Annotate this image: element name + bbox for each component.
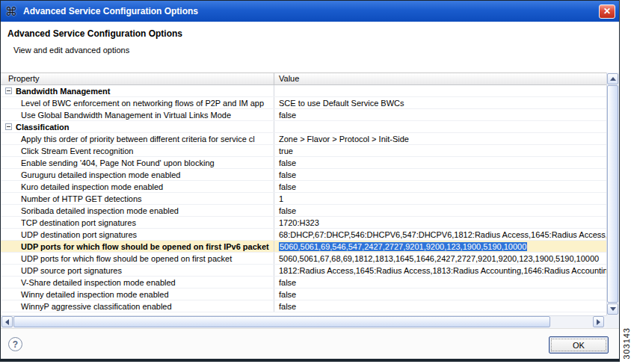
property-label: Classification	[16, 123, 70, 132]
row-property-cell: UDP ports for which flow should be opene…	[1, 253, 274, 264]
value-text: false	[279, 290, 296, 299]
window-title: Advanced Service Configuration Options	[23, 6, 198, 16]
table-row[interactable]: Kuro detailed inspection mode enabledfal…	[1, 181, 606, 193]
row-value-cell: true	[274, 145, 606, 156]
table-row[interactable]: UDP destination port signatures68:DHCP,6…	[1, 229, 606, 241]
table-row[interactable]: Enable sending '404, Page Not Found' upo…	[1, 157, 606, 169]
arrow-right-icon	[597, 319, 600, 325]
table-group-row[interactable]: Bandwidth Management	[1, 85, 606, 97]
table-row[interactable]: Soribada detailed inspection mode enable…	[1, 205, 606, 217]
value-text: false	[279, 158, 296, 167]
advanced-service-configuration-dialog: ⌘ Advanced Service Configuration Options…	[0, 0, 620, 362]
property-table: Property Value Bandwidth ManagementLevel…	[1, 73, 619, 328]
table-row[interactable]: TCP destination port signatures1720:H323	[1, 217, 606, 229]
vertical-scrollbar-thumb[interactable]	[607, 85, 618, 303]
row-property-cell: V-Share detailed inspection mode enabled	[1, 277, 274, 288]
value-text: false	[279, 302, 296, 311]
property-label: WinnyP aggressive classification enabled	[21, 302, 172, 311]
horizontal-scrollbar[interactable]	[1, 315, 606, 328]
property-label: V-Share detailed inspection mode enabled	[21, 278, 176, 287]
row-value-cell: 1812:Radius Access,1645:Radius Access,18…	[274, 265, 606, 276]
row-property-cell: Level of BWC enforcement on networking f…	[1, 97, 274, 108]
scroll-right-button[interactable]	[593, 316, 604, 327]
row-value-cell: false	[274, 109, 606, 120]
row-property-cell: Kuro detailed inspection mode enabled	[1, 181, 274, 192]
scrollbar-corner	[606, 315, 619, 328]
value-text: 1720:H323	[279, 218, 319, 227]
value-text: Zone > Flavor > Protocol > Init-Side	[279, 135, 409, 144]
table-row[interactable]: Click Stream Event recognitiontrue	[1, 145, 606, 157]
page-subtitle: View and edit advanced options	[13, 46, 129, 55]
dialog-footer: ? OK	[1, 328, 619, 359]
table-row[interactable]: WinnyP aggressive classification enabled…	[1, 300, 606, 312]
collapse-icon[interactable]	[5, 123, 12, 130]
row-value-cell: Zone > Flavor > Protocol > Init-Side	[274, 133, 606, 144]
row-value-cell: false	[274, 277, 606, 288]
screenshot: ⌘ Advanced Service Configuration Options…	[0, 0, 631, 364]
value-text: false	[279, 278, 296, 287]
vertical-scrollbar[interactable]	[606, 73, 619, 315]
horizontal-scrollbar-thumb[interactable]	[13, 316, 550, 327]
property-label: UDP ports for which flow should be opene…	[21, 254, 232, 263]
row-value-cell: 1	[274, 193, 606, 204]
scroll-up-button[interactable]	[607, 73, 618, 84]
row-value-cell: SCE to use Default Service BWCs	[274, 97, 606, 108]
column-header-value[interactable]: Value	[274, 73, 606, 84]
figure-number: 303143	[622, 327, 631, 360]
table-row[interactable]: Guruguru detailed inspection mode enable…	[1, 169, 606, 181]
table-header-row: Property Value	[1, 73, 606, 85]
row-property-cell: Guruguru detailed inspection mode enable…	[1, 169, 274, 180]
row-value-cell	[274, 121, 606, 132]
collapse-icon[interactable]	[5, 87, 12, 94]
row-property-cell: Click Stream Event recognition	[1, 145, 274, 156]
scroll-left-button[interactable]	[1, 316, 13, 327]
property-label: Apply this order of priority between dif…	[21, 135, 255, 144]
table-row[interactable]: Number of HTTP GET detections1	[1, 193, 606, 205]
row-value-cell: false	[274, 289, 606, 300]
table-row[interactable]: UDP ports for which flow should be opene…	[1, 241, 606, 253]
row-value-cell: false	[274, 205, 606, 216]
table-row[interactable]: Level of BWC enforcement on networking f…	[1, 97, 606, 109]
close-button[interactable]: ✕	[599, 4, 615, 19]
value-text: 5060,5061,69,546,547,2427,2727,9201,9200…	[279, 242, 527, 251]
row-property-cell: UDP source port signatures	[1, 265, 274, 276]
table-row[interactable]: Apply this order of priority between dif…	[1, 133, 606, 145]
property-label: Level of BWC enforcement on networking f…	[21, 99, 264, 108]
property-label: Bandwidth Management	[16, 87, 111, 96]
row-value-cell: 1720:H323	[274, 217, 606, 228]
row-property-cell: UDP ports for which flow should be opene…	[1, 241, 274, 252]
row-value-cell: 5060,5061,69,546,547,2427,2727,9201,9200…	[274, 241, 606, 252]
table-row[interactable]: UDP source port signatures1812:Radius Ac…	[1, 265, 606, 277]
property-label: Number of HTTP GET detections	[21, 194, 142, 203]
value-text: false	[279, 111, 296, 120]
column-header-property[interactable]: Property	[1, 73, 274, 84]
row-property-cell: Winny detailed inspection mode enabled	[1, 289, 274, 300]
table-row[interactable]: V-Share detailed inspection mode enabled…	[1, 277, 606, 289]
page-title: Advanced Service Configuration Options	[7, 28, 182, 39]
property-label: Winny detailed inspection mode enabled	[21, 290, 169, 299]
value-text: false	[279, 170, 296, 179]
property-label: UDP destination port signatures	[21, 230, 137, 239]
table-row[interactable]: Use Global Bandwidth Management in Virtu…	[1, 109, 606, 121]
table-group-row[interactable]: Classification	[1, 121, 606, 133]
window-titlebar[interactable]: ⌘ Advanced Service Configuration Options…	[1, 1, 619, 22]
row-property-cell: Enable sending '404, Page Not Found' upo…	[1, 157, 274, 168]
scroll-down-button[interactable]	[607, 303, 618, 315]
window-icon: ⌘	[4, 4, 18, 18]
table-row[interactable]: UDP ports for which flow should be opene…	[1, 253, 606, 265]
property-label: Click Stream Event recognition	[21, 146, 133, 155]
value-text: SCE to use Default Service BWCs	[279, 99, 404, 108]
table-row[interactable]: Winny detailed inspection mode enabledfa…	[1, 289, 606, 300]
help-button[interactable]: ?	[8, 337, 22, 351]
arrow-down-icon	[610, 307, 616, 311]
row-property-cell: Apply this order of priority between dif…	[1, 133, 274, 144]
value-text: 5060,5061,67,68,69,1812,1813,1645,1646,2…	[279, 254, 599, 263]
row-value-cell: 5060,5061,67,68,69,1812,1813,1645,1646,2…	[274, 253, 606, 264]
row-property-cell: UDP destination port signatures	[1, 229, 274, 240]
row-property-cell: Number of HTTP GET detections	[1, 193, 274, 204]
value-text: true	[279, 146, 293, 155]
property-label: Soribada detailed inspection mode enable…	[21, 206, 179, 215]
value-text: 68:DHCP,67:DHCP,546:DHCPV6,547:DHCPV6,18…	[279, 230, 606, 239]
value-text: 1812:Radius Access,1645:Radius Access,18…	[279, 266, 606, 275]
ok-button[interactable]: OK	[549, 336, 609, 354]
